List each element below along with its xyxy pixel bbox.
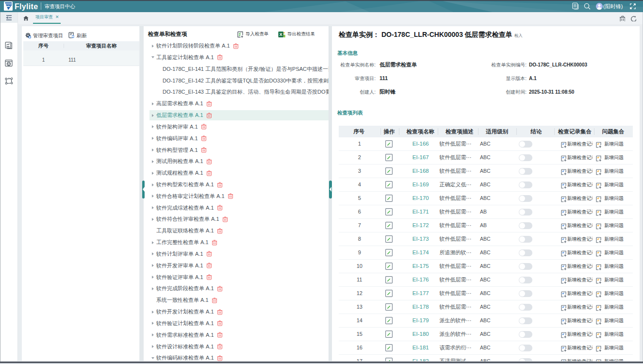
svg-text:X: X — [280, 32, 282, 37]
